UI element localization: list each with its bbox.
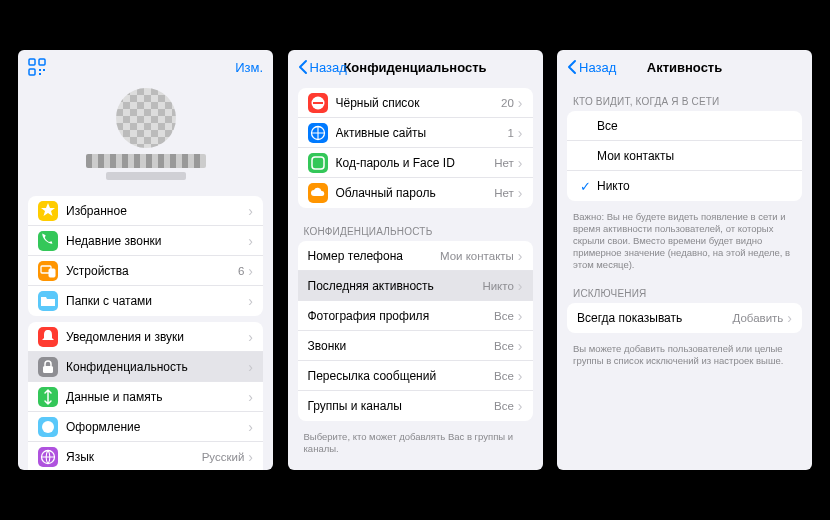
row-label: Звонки xyxy=(308,339,495,353)
chevron-right-icon: › xyxy=(248,359,253,375)
chevron-right-icon: › xyxy=(518,338,523,354)
row-value: Никто xyxy=(482,280,513,292)
activity-panel: Назад Активность КТО ВИДИТ, КОГДА Я В СЕ… xyxy=(557,50,812,470)
lock-icon xyxy=(38,357,58,377)
settings-row[interactable]: Уведомления и звуки› xyxy=(28,322,263,352)
row-label: Папки с чатами xyxy=(66,294,248,308)
row-value: Мои контакты xyxy=(440,250,514,262)
radio-row[interactable]: ✓Никто xyxy=(567,171,802,201)
row-value: Русский xyxy=(202,451,245,463)
chevron-right-icon: › xyxy=(518,308,523,324)
settings-row[interactable]: Чёрный список20› xyxy=(298,88,533,118)
row-label: Номер телефона xyxy=(308,249,440,263)
data-icon xyxy=(38,387,58,407)
chevron-right-icon: › xyxy=(248,233,253,249)
settings-row[interactable]: Номер телефонаМои контакты› xyxy=(298,241,533,271)
chevron-right-icon: › xyxy=(518,155,523,171)
svg-rect-16 xyxy=(313,102,323,104)
settings-row[interactable]: Оформление› xyxy=(28,412,263,442)
row-label: Облачный пароль xyxy=(336,186,495,200)
row-label: Группы и каналы xyxy=(308,399,495,413)
profile-header xyxy=(18,84,273,190)
settings-row[interactable]: Папки с чатами› xyxy=(28,286,263,316)
settings-row[interactable]: Недавние звонки› xyxy=(28,226,263,256)
topbar: Назад Конфиденциальность xyxy=(288,50,543,84)
row-label: Избранное xyxy=(66,204,248,218)
devices-icon xyxy=(38,261,58,281)
chevron-right-icon: › xyxy=(518,398,523,414)
privacy-panel: Назад Конфиденциальность Чёрный список20… xyxy=(288,50,543,470)
section-header: ИСКЛЮЧЕНИЯ xyxy=(557,276,812,303)
row-label: Пересылка сообщений xyxy=(308,369,495,383)
web-icon xyxy=(308,123,328,143)
settings-row[interactable]: Конфиденциальность› xyxy=(28,352,263,382)
chevron-right-icon: › xyxy=(518,185,523,201)
settings-row[interactable]: Код-пароль и Face IDНет› xyxy=(298,148,533,178)
settings-row[interactable]: Устройства6› xyxy=(28,256,263,286)
svg-rect-0 xyxy=(29,59,35,65)
settings-row[interactable]: Фотография профиляВсе› xyxy=(298,301,533,331)
row-label: Данные и память xyxy=(66,390,248,404)
settings-row[interactable]: ЗвонкиВсе› xyxy=(298,331,533,361)
svg-rect-4 xyxy=(43,69,45,71)
row-value: 6 xyxy=(238,265,244,277)
bell-icon xyxy=(38,327,58,347)
star-icon xyxy=(38,201,58,221)
row-value: Нет xyxy=(494,187,514,199)
chevron-left-icon xyxy=(298,59,308,75)
row-value: Все xyxy=(494,370,514,382)
brush-icon xyxy=(38,417,58,437)
section-header: УДАЛИТЬ АККАУНТ АВТОМАТИЧЕСКИ xyxy=(288,461,543,470)
row-label: Код-пароль и Face ID xyxy=(336,156,495,170)
chevron-right-icon: › xyxy=(248,449,253,465)
avatar[interactable] xyxy=(116,88,176,148)
option-label: Мои контакты xyxy=(597,149,792,163)
checkmark-icon: ✓ xyxy=(577,179,593,194)
chevron-right-icon: › xyxy=(248,263,253,279)
back-button[interactable]: Назад xyxy=(567,59,616,75)
svg-rect-2 xyxy=(29,69,35,75)
row-value: Нет xyxy=(494,157,514,169)
settings-row[interactable]: Избранное› xyxy=(28,196,263,226)
section-footer: Вы можете добавить пользователей или цел… xyxy=(557,339,812,373)
svg-rect-18 xyxy=(312,157,324,169)
svg-rect-1 xyxy=(39,59,45,65)
back-button[interactable]: Назад xyxy=(298,59,347,75)
edit-button[interactable]: Изм. xyxy=(235,60,263,75)
svg-rect-8 xyxy=(43,366,53,373)
row-label: Оформление xyxy=(66,420,248,434)
settings-row[interactable]: Последняя активностьНикто› xyxy=(298,271,533,301)
row-value: Все xyxy=(494,310,514,322)
settings-row[interactable]: ЯзыкРусский› xyxy=(28,442,263,470)
svg-rect-3 xyxy=(39,69,41,71)
settings-row[interactable]: Данные и память› xyxy=(28,382,263,412)
chevron-right-icon: › xyxy=(248,293,253,309)
svg-point-9 xyxy=(42,421,54,433)
settings-row[interactable]: Всегда показыватьДобавить› xyxy=(567,303,802,333)
option-label: Все xyxy=(597,119,792,133)
row-value: Все xyxy=(494,340,514,352)
settings-group: Уведомления и звуки›Конфиденциальность›Д… xyxy=(28,322,263,470)
settings-row[interactable]: Активные сайты1› xyxy=(298,118,533,148)
section-footer: Выберите, кто может добавлять Вас в груп… xyxy=(288,427,543,461)
globe-icon xyxy=(38,447,58,467)
settings-row[interactable]: Группы и каналыВсе› xyxy=(298,391,533,421)
chevron-right-icon: › xyxy=(248,203,253,219)
radio-row[interactable]: Мои контакты xyxy=(567,141,802,171)
radio-row[interactable]: Все xyxy=(567,111,802,141)
row-value: 1 xyxy=(507,127,513,139)
row-label: Чёрный список xyxy=(336,96,502,110)
row-label: Недавние звонки xyxy=(66,234,248,248)
row-value: Добавить xyxy=(733,312,784,324)
row-label: Язык xyxy=(66,450,202,464)
row-label: Фотография профиля xyxy=(308,309,495,323)
topbar: Назад Активность xyxy=(557,50,812,84)
chevron-right-icon: › xyxy=(518,95,523,111)
qr-icon[interactable] xyxy=(28,58,46,76)
svg-rect-7 xyxy=(49,269,55,277)
settings-row[interactable]: Облачный парольНет› xyxy=(298,178,533,208)
folder-icon xyxy=(38,291,58,311)
row-value: 20 xyxy=(501,97,514,109)
settings-row[interactable]: Пересылка сообщенийВсе› xyxy=(298,361,533,391)
settings-group: Избранное›Недавние звонки›Устройства6›Па… xyxy=(28,196,263,316)
